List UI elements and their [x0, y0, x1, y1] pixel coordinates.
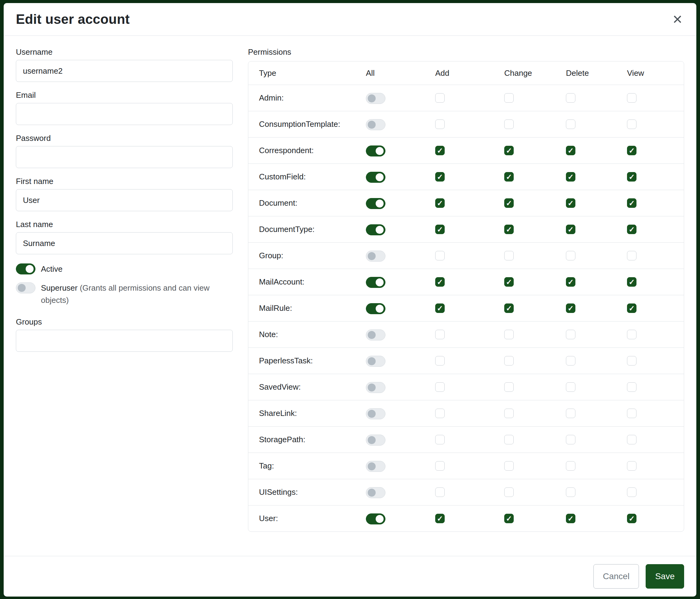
perm-delete-checkbox[interactable] — [566, 487, 575, 497]
perm-add-checkbox[interactable] — [435, 251, 445, 260]
perm-all-toggle[interactable] — [366, 382, 385, 393]
perm-view-checkbox[interactable] — [627, 119, 636, 129]
perm-change-checkbox[interactable] — [504, 435, 514, 445]
perm-add-checkbox[interactable] — [435, 119, 445, 129]
permission-type-label: MailRule: — [259, 304, 366, 313]
perm-change-checkbox[interactable] — [504, 146, 514, 155]
perm-all-toggle[interactable] — [366, 198, 385, 209]
perm-delete-checkbox[interactable] — [566, 435, 575, 445]
perm-add-checkbox[interactable] — [435, 224, 445, 234]
perm-add-checkbox[interactable] — [435, 330, 445, 339]
perm-add-checkbox[interactable] — [435, 172, 445, 182]
perm-view-checkbox[interactable] — [627, 514, 636, 523]
cancel-button[interactable]: Cancel — [593, 564, 639, 589]
perm-delete-checkbox[interactable] — [566, 514, 575, 523]
perm-all-toggle[interactable] — [366, 356, 385, 367]
perm-all-toggle[interactable] — [366, 303, 385, 314]
last-name-input[interactable] — [16, 232, 233, 254]
perm-view-checkbox[interactable] — [627, 330, 636, 339]
first-name-input[interactable] — [16, 189, 233, 211]
perm-change-checkbox[interactable] — [504, 304, 514, 313]
perm-change-checkbox[interactable] — [504, 198, 514, 208]
perm-delete-checkbox[interactable] — [566, 461, 575, 471]
perm-delete-checkbox[interactable] — [566, 277, 575, 287]
perm-change-checkbox[interactable] — [504, 487, 514, 497]
perm-all-toggle[interactable] — [366, 513, 385, 524]
perm-add-checkbox[interactable] — [435, 514, 445, 523]
perm-delete-checkbox[interactable] — [566, 304, 575, 313]
perm-delete-checkbox[interactable] — [566, 198, 575, 208]
perm-delete-checkbox[interactable] — [566, 356, 575, 365]
superuser-toggle[interactable] — [16, 282, 35, 293]
perm-delete-checkbox[interactable] — [566, 119, 575, 129]
perm-view-checkbox[interactable] — [627, 409, 636, 418]
perm-add-checkbox[interactable] — [435, 356, 445, 365]
perm-delete-checkbox[interactable] — [566, 224, 575, 234]
toggle-knob — [376, 147, 383, 155]
save-button[interactable]: Save — [646, 564, 684, 589]
perm-view-checkbox[interactable] — [627, 224, 636, 234]
perm-all-toggle[interactable] — [366, 250, 385, 262]
perm-view-checkbox[interactable] — [627, 382, 636, 392]
perm-delete-checkbox[interactable] — [566, 172, 575, 182]
perm-change-checkbox[interactable] — [504, 251, 514, 260]
perm-delete-checkbox[interactable] — [566, 251, 575, 260]
perm-all-toggle[interactable] — [366, 119, 385, 130]
perm-all-toggle[interactable] — [366, 487, 385, 498]
perm-delete-checkbox[interactable] — [566, 382, 575, 392]
permission-type-label: Note: — [259, 330, 366, 339]
perm-view-checkbox[interactable] — [627, 487, 636, 497]
perm-change-checkbox[interactable] — [504, 330, 514, 339]
perm-all-toggle[interactable] — [366, 330, 385, 340]
perm-view-checkbox[interactable] — [627, 277, 636, 287]
perm-all-toggle[interactable] — [366, 435, 385, 446]
perm-all-toggle[interactable] — [366, 461, 385, 472]
perm-change-checkbox[interactable] — [504, 514, 514, 523]
perm-all-toggle[interactable] — [366, 145, 385, 157]
toggle-knob — [368, 462, 376, 470]
perm-change-checkbox[interactable] — [504, 119, 514, 129]
perm-change-checkbox[interactable] — [504, 93, 514, 103]
perm-change-checkbox[interactable] — [504, 172, 514, 182]
perm-add-checkbox[interactable] — [435, 435, 445, 445]
perm-delete-checkbox[interactable] — [566, 93, 575, 103]
perm-add-checkbox[interactable] — [435, 382, 445, 392]
perm-delete-checkbox[interactable] — [566, 409, 575, 418]
perm-all-toggle[interactable] — [366, 172, 385, 183]
perm-delete-checkbox[interactable] — [566, 330, 575, 339]
password-input[interactable] — [16, 146, 233, 168]
perm-add-checkbox[interactable] — [435, 146, 445, 155]
perm-add-checkbox[interactable] — [435, 487, 445, 497]
perm-add-checkbox[interactable] — [435, 198, 445, 208]
perm-add-checkbox[interactable] — [435, 304, 445, 313]
perm-view-checkbox[interactable] — [627, 198, 636, 208]
perm-view-checkbox[interactable] — [627, 304, 636, 313]
perm-change-checkbox[interactable] — [504, 382, 514, 392]
perm-view-checkbox[interactable] — [627, 93, 636, 103]
perm-view-checkbox[interactable] — [627, 435, 636, 445]
perm-all-toggle[interactable] — [366, 93, 385, 104]
groups-select[interactable] — [16, 330, 233, 352]
close-icon[interactable]: × — [671, 13, 684, 26]
perm-add-checkbox[interactable] — [435, 93, 445, 103]
perm-change-checkbox[interactable] — [504, 277, 514, 287]
perm-view-checkbox[interactable] — [627, 146, 636, 155]
active-toggle[interactable] — [16, 263, 35, 274]
email-input[interactable] — [16, 103, 233, 125]
perm-all-toggle[interactable] — [366, 408, 385, 419]
username-input[interactable] — [16, 60, 233, 82]
perm-add-checkbox[interactable] — [435, 409, 445, 418]
perm-add-checkbox[interactable] — [435, 277, 445, 287]
perm-view-checkbox[interactable] — [627, 251, 636, 260]
perm-change-checkbox[interactable] — [504, 356, 514, 365]
perm-change-checkbox[interactable] — [504, 224, 514, 234]
perm-all-toggle[interactable] — [366, 224, 385, 235]
perm-view-checkbox[interactable] — [627, 172, 636, 182]
perm-delete-checkbox[interactable] — [566, 146, 575, 155]
perm-view-checkbox[interactable] — [627, 356, 636, 365]
perm-change-checkbox[interactable] — [504, 461, 514, 471]
perm-add-checkbox[interactable] — [435, 461, 445, 471]
perm-change-checkbox[interactable] — [504, 409, 514, 418]
perm-all-toggle[interactable] — [366, 277, 385, 288]
perm-view-checkbox[interactable] — [627, 461, 636, 471]
